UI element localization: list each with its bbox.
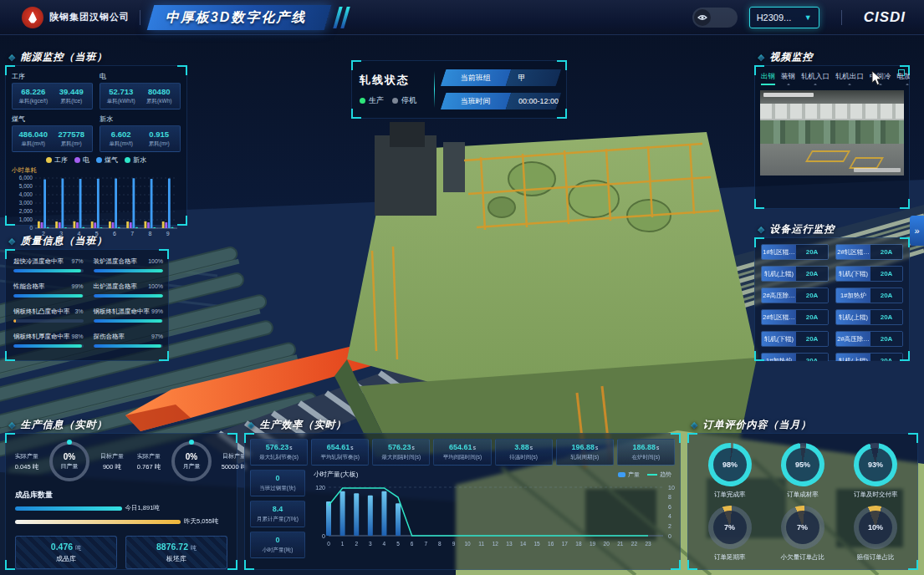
video-tab-出钢[interactable]: 出钢 xyxy=(761,72,775,85)
panel-diamond-icon: ◆ xyxy=(8,236,16,247)
efficiency-stat-unit: s xyxy=(350,445,353,450)
energy-group-name: 电 xyxy=(100,72,181,81)
efficiency-stat-card: 576.23s最大轧制节奏(s) xyxy=(250,439,308,466)
svg-text:4: 4 xyxy=(668,513,671,519)
equipment-cell[interactable]: 2#高压除…20A xyxy=(835,331,903,347)
energy-panel: 工序68.226单耗(kgce/t)39.449累耗(tce)电52.713单耗… xyxy=(5,65,187,226)
status-legend-item: 生产 xyxy=(360,95,384,106)
efficiency-stat-value: 196.88s xyxy=(559,443,611,451)
header-divider-2 xyxy=(841,10,842,25)
ring-percent: 0% xyxy=(186,452,197,461)
efficiency-stat-value: 3.88s xyxy=(498,443,550,451)
equipment-current-value: 20A xyxy=(796,288,828,303)
target-output-label: 目标产量 xyxy=(94,452,130,461)
visibility-toggle[interactable] xyxy=(692,8,738,28)
energy-group: 工序68.226单耗(kgce/t)39.449累耗(tce) xyxy=(12,72,93,109)
order-gauge: 98%订单完成率 xyxy=(696,443,763,499)
svg-text:23: 23 xyxy=(645,541,651,547)
video-tab-轧机入口[interactable]: 轧机入口 xyxy=(801,72,830,85)
panel-diamond-icon: ◆ xyxy=(248,420,255,430)
equipment-row: 2#高压除…20A1#加热炉20A xyxy=(761,288,903,303)
energy-legend-label: 电 xyxy=(83,155,89,165)
actual-output-value: 0.045 吨 xyxy=(8,463,45,471)
quality-bar-track xyxy=(13,294,84,298)
video-tab-装钢[interactable]: 装钢 xyxy=(781,72,795,85)
video-tabs: 出钢装钢轧机入口轧机出口中间冷电加热 xyxy=(754,65,910,85)
energy-metric: 0.915累耗(m³) xyxy=(140,130,179,148)
energy-metric: 6.602单耗(m³/t) xyxy=(102,130,140,148)
svg-text:2: 2 xyxy=(668,523,671,529)
equipment-cell[interactable]: 轧机(上辊)20A xyxy=(835,309,903,325)
quality-item-row: 超快冷温度命中率97% xyxy=(13,257,84,266)
equipment-cell[interactable]: 1#轧区辊…20A xyxy=(761,244,829,260)
svg-text:7: 7 xyxy=(424,541,427,547)
equipment-name: 2#轧区辊… xyxy=(836,245,870,259)
quality-item-value: 100% xyxy=(148,258,163,264)
video-tab-中间冷[interactable]: 中间冷 xyxy=(870,72,891,85)
efficiency-side-label: 当班过钢量(块) xyxy=(253,485,303,492)
equipment-cell[interactable]: 轧机(上辊)20A xyxy=(835,353,903,361)
energy-group-card: 486.040单耗(m³/t)277578累耗(m³) xyxy=(12,125,93,152)
actual-output-value: 0.767 吨 xyxy=(130,463,167,471)
energy-group-name: 煤气 xyxy=(12,114,93,124)
efficiency-side-card: 8.4月累计产量(万吨) xyxy=(250,501,305,527)
double-chevron-icon: » xyxy=(914,226,919,236)
video-tab-电加热[interactable]: 电加热 xyxy=(897,72,911,85)
equipment-cell[interactable]: 轧机(下辊)20A xyxy=(761,331,829,347)
equipment-cell[interactable]: 2#高压除…20A xyxy=(761,288,829,303)
line-status-panel: 轧线状态 生产停机 当前班组甲当班时间00:00-12:00 xyxy=(351,60,567,119)
order-gauge-label: 订单及时交付率 xyxy=(854,491,898,499)
status-ribbon: 当前班组甲 xyxy=(441,69,562,86)
quality-item: 探伤合格率97% xyxy=(94,333,164,348)
video-feed[interactable] xyxy=(760,90,904,176)
quality-bar-fill xyxy=(13,344,82,348)
equipment-cell[interactable]: 1#加热炉20A xyxy=(761,353,829,361)
quality-item: 钢板终轧温度命中率99% xyxy=(94,308,164,323)
energy-metric-value: 80480 xyxy=(140,87,179,96)
heat-number-select[interactable]: H2309... ▼ xyxy=(749,7,819,28)
efficiency-stat-label: 轧制周期(s) xyxy=(559,454,611,461)
energy-group: 电52.713单耗(kWh/t)80480累耗(kWh) xyxy=(100,72,181,109)
order-gauge-value: 98% xyxy=(722,461,738,469)
energy-metric-unit: 累耗(m³) xyxy=(53,140,91,148)
svg-text:9: 9 xyxy=(166,231,170,237)
quality-item: 装炉温度合格率100% xyxy=(94,257,164,272)
cisdi-logo: CISDI xyxy=(864,9,906,26)
actual-output: 实际产量0.045 吨 xyxy=(8,452,45,471)
inventory-bar-label: 今日1,891吨 xyxy=(125,504,160,512)
energy-legend-label: 工序 xyxy=(54,155,68,165)
legend-dot-icon xyxy=(46,157,52,163)
ribbon-value-box: 00:00-12:00 xyxy=(506,93,562,109)
energy-group: 新水6.602单耗(m³/t)0.915累耗(m³) xyxy=(100,114,181,152)
orders-panel: 98%订单完成率95%订单成材率93%订单及时交付率7%订单延期率7%小欠量订单… xyxy=(687,433,918,570)
equipment-cell[interactable]: 轧机(下辊)20A xyxy=(835,266,903,282)
inventory-card: 0.476吨成品库 xyxy=(15,536,117,569)
quality-item: 性能合格率99% xyxy=(13,282,84,298)
company-logo-icon xyxy=(22,7,43,28)
equipment-cell[interactable]: 2#轧区辊…20A xyxy=(835,244,903,260)
equipment-cell[interactable]: 2#轧区辊…20A xyxy=(761,309,829,325)
quality-bar-fill xyxy=(94,344,161,348)
efficiency-side-value: 0 xyxy=(253,474,303,482)
ring-percent: 0% xyxy=(64,452,75,461)
equipment-current-value: 20A xyxy=(796,310,828,324)
panel-collapse-button[interactable]: » xyxy=(910,216,924,246)
chart-legend-label: 产量 xyxy=(628,471,640,479)
equipment-name: 轧机(上辊) xyxy=(836,310,870,324)
equipment-row: 轧机(下辊)20A2#高压除…20A xyxy=(761,331,903,347)
inventory-bar xyxy=(15,520,181,524)
chart-legend-item: 产量 xyxy=(618,471,640,479)
video-tab-轧机出口[interactable]: 轧机出口 xyxy=(835,72,864,85)
equipment-cell[interactable]: 1#加热炉20A xyxy=(835,288,903,303)
energy-group-card: 52.713单耗(kWh/t)80480累耗(kWh) xyxy=(100,83,181,109)
equipment-cell[interactable]: 轧机(上辊)20A xyxy=(761,266,829,282)
equipment-name: 2#高压除… xyxy=(836,332,870,346)
inventory-card: 8876.72吨板坯库 xyxy=(125,536,227,569)
inventory-bar-row: 昨天5,055吨 xyxy=(15,517,227,526)
orders-panel-title: 订单评价内容（当月） xyxy=(702,418,811,432)
inventory-card-label: 成品库 xyxy=(56,554,76,563)
quality-bar-track xyxy=(94,344,164,348)
svg-text:10: 10 xyxy=(668,485,675,491)
status-legend-label: 停机 xyxy=(401,95,416,106)
panel-diamond-icon: ◆ xyxy=(691,420,698,430)
